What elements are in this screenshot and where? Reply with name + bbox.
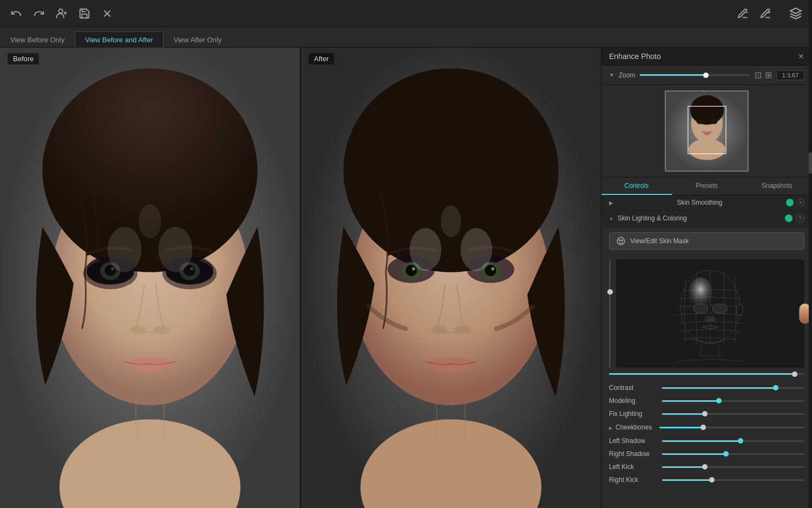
svg-point-33 bbox=[108, 227, 142, 272]
svg-point-51 bbox=[431, 325, 447, 335]
fix-lighting-thumb[interactable] bbox=[702, 411, 708, 416]
skin-lighting-power[interactable] bbox=[785, 214, 793, 222]
skin-mask-button[interactable]: View/Edit Skin Mask bbox=[609, 232, 804, 250]
left-kick-thumb[interactable] bbox=[702, 464, 708, 470]
cheekbones-label: Cheekbones bbox=[615, 424, 652, 431]
tab-presets[interactable]: Presets bbox=[672, 178, 742, 195]
right-kick-slider[interactable] bbox=[662, 479, 804, 481]
svg-point-10 bbox=[42, 68, 257, 272]
vertical-thumb[interactable] bbox=[607, 289, 613, 295]
panel-title: Enhance Photo bbox=[609, 52, 661, 61]
svg-point-0 bbox=[59, 9, 63, 12]
pen-add-button[interactable] bbox=[735, 6, 750, 21]
layers-button[interactable] bbox=[788, 6, 803, 21]
toolbar-right bbox=[735, 6, 803, 21]
left-kick-row: Left Kick bbox=[601, 460, 812, 473]
left-shadow-thumb[interactable] bbox=[738, 438, 743, 444]
left-kick-slider[interactable] bbox=[662, 466, 804, 468]
svg-rect-8 bbox=[85, 442, 215, 508]
tab-controls[interactable]: Controls bbox=[601, 178, 672, 195]
skin-smoothing-section[interactable]: ▶ Skin Smoothing ≡ bbox=[601, 196, 812, 210]
svg-point-70 bbox=[689, 277, 712, 308]
svg-rect-40 bbox=[386, 442, 516, 508]
contrast-label: Contrast bbox=[609, 384, 658, 392]
skin-lighting-help[interactable]: ? bbox=[796, 214, 804, 223]
zoom-fit-icon[interactable]: ⊡ bbox=[755, 70, 762, 80]
save-button[interactable] bbox=[77, 6, 92, 21]
main-area: Before bbox=[0, 48, 812, 508]
pen-subtract-button[interactable] bbox=[758, 6, 773, 21]
fix-lighting-slider[interactable] bbox=[662, 413, 804, 415]
zoom-slider[interactable] bbox=[640, 74, 750, 76]
svg-point-54 bbox=[461, 228, 493, 271]
zoom-value: 1:3.67 bbox=[776, 70, 804, 80]
right-kick-row: Right Kick bbox=[601, 473, 812, 486]
thumbnail bbox=[665, 90, 749, 172]
svg-point-62 bbox=[710, 119, 718, 125]
modeling-slider[interactable] bbox=[662, 400, 804, 402]
svg-point-52 bbox=[455, 325, 470, 335]
vertical-track bbox=[609, 259, 611, 368]
vertical-slider[interactable] bbox=[609, 259, 611, 368]
head-visualization-area bbox=[601, 255, 812, 372]
zoom-row: ▼ Zoom ⊡ ⊞ 1:3.67 bbox=[601, 66, 812, 85]
modeling-label: Modeling bbox=[609, 397, 658, 405]
tab-after-only[interactable]: View After Only bbox=[163, 31, 232, 48]
svg-point-46 bbox=[412, 267, 415, 270]
contrast-row: Contrast bbox=[601, 381, 812, 394]
cancel-button[interactable] bbox=[100, 6, 115, 21]
contrast-thumb[interactable] bbox=[773, 385, 778, 390]
panel-tabs: Controls Presets Snapshots bbox=[601, 178, 812, 196]
zoom-label: Zoom bbox=[619, 71, 636, 79]
panel-header: Enhance Photo ✕ bbox=[601, 48, 812, 66]
cheekbones-thumb[interactable] bbox=[700, 425, 706, 430]
before-panel: Before bbox=[0, 48, 300, 508]
right-shadow-thumb[interactable] bbox=[723, 451, 729, 457]
right-shadow-slider[interactable] bbox=[662, 453, 804, 455]
skin-smoothing-power[interactable] bbox=[786, 199, 794, 206]
zoom-collapse-arrow[interactable]: ▼ bbox=[609, 72, 614, 78]
zoom-actual-icon[interactable]: ⊞ bbox=[765, 70, 772, 80]
skin-smoothing-scroll[interactable]: ≡ bbox=[797, 199, 804, 206]
left-shadow-row: Left Shadow bbox=[601, 434, 812, 447]
svg-point-55 bbox=[441, 205, 461, 237]
svg-marker-5 bbox=[790, 8, 801, 14]
horizontal-thumb[interactable] bbox=[792, 372, 797, 377]
svg-point-66 bbox=[619, 239, 620, 240]
redo-button[interactable] bbox=[31, 6, 47, 21]
contrast-slider[interactable] bbox=[662, 387, 804, 389]
toolbar bbox=[0, 0, 812, 27]
svg-point-71 bbox=[693, 304, 708, 314]
cheekbones-section[interactable]: Cheekbones bbox=[601, 420, 812, 434]
svg-point-35 bbox=[139, 204, 161, 238]
skin-lighting-header[interactable]: Skin Lighting & Coloring ? bbox=[601, 210, 812, 227]
fix-lighting-row: Fix Lighting bbox=[601, 407, 812, 420]
scrollbar[interactable] bbox=[809, 48, 812, 508]
svg-point-63 bbox=[689, 139, 725, 160]
fix-lighting-label: Fix Lighting bbox=[609, 410, 658, 418]
head-3d-model bbox=[616, 259, 804, 368]
tab-before-only[interactable]: View Before Only bbox=[0, 31, 75, 48]
svg-point-61 bbox=[697, 119, 704, 125]
add-person-button[interactable] bbox=[54, 6, 69, 21]
horizontal-slider[interactable] bbox=[609, 373, 804, 375]
tab-snapshots[interactable]: Snapshots bbox=[742, 178, 812, 195]
before-photo bbox=[0, 48, 300, 508]
controls-list: Contrast Modeling Fix Lighti bbox=[601, 378, 812, 490]
svg-point-34 bbox=[159, 227, 193, 272]
left-shadow-label: Left Shadow bbox=[609, 437, 658, 445]
svg-point-74 bbox=[710, 318, 716, 321]
cheekbones-expand bbox=[609, 425, 612, 431]
after-photo bbox=[301, 48, 601, 508]
right-kick-thumb[interactable] bbox=[709, 477, 715, 483]
right-shadow-row: Right Shadow bbox=[601, 447, 812, 460]
panel-close-icon[interactable]: ✕ bbox=[798, 52, 804, 61]
modeling-thumb[interactable] bbox=[716, 398, 722, 403]
tab-before-and-after[interactable]: View Before and After bbox=[75, 31, 163, 48]
left-shadow-slider[interactable] bbox=[662, 440, 804, 442]
skin-smoothing-icons: ≡ bbox=[786, 199, 804, 206]
skin-lighting-expand bbox=[609, 216, 613, 222]
after-label: After bbox=[309, 53, 334, 64]
undo-button[interactable] bbox=[9, 6, 24, 21]
photo-area: Before bbox=[0, 48, 601, 508]
